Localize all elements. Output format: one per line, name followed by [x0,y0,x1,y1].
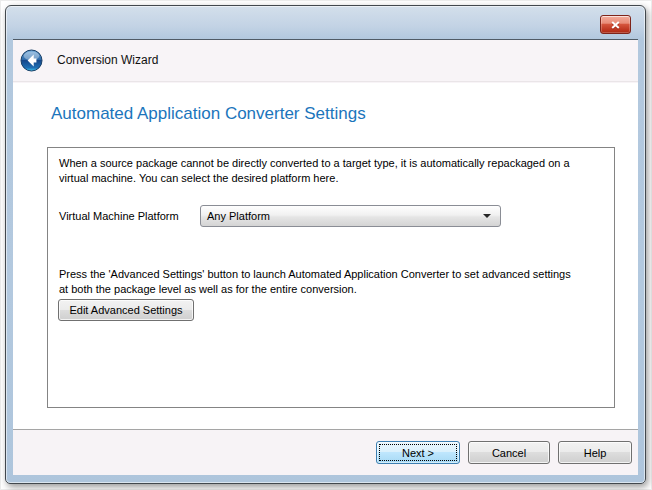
next-button-label: Next > [402,447,434,459]
chevron-down-icon [483,214,491,218]
titlebar[interactable] [6,6,645,39]
close-icon [610,20,621,30]
vm-platform-label: Virtual Machine Platform [59,210,179,222]
wizard-window: Conversion Wizard Automated Application … [5,5,646,484]
vm-platform-value: Any Platform [201,210,270,222]
intro-text-line2: virtual machine. You can select the desi… [59,171,338,186]
edit-advanced-settings-button[interactable]: Edit Advanced Settings [58,299,194,321]
help-button[interactable]: Help [558,441,632,464]
close-button[interactable] [600,15,631,34]
page-heading: Automated Application Converter Settings [51,104,366,124]
nav-strip: Conversion Wizard [13,40,638,82]
client-area: Conversion Wizard Automated Application … [13,39,638,475]
advanced-text-line2: at both the package level as well as for… [59,282,357,297]
back-arrow-icon [20,49,43,72]
settings-groupbox: When a source package cannot be directly… [47,147,615,408]
screenshot-root: Conversion Wizard Automated Application … [0,0,652,490]
main-content: Automated Application Converter Settings… [13,83,638,429]
cancel-button[interactable]: Cancel [468,441,550,464]
vm-platform-select[interactable]: Any Platform [200,205,501,227]
footer-bar: Next > Cancel Help [13,429,638,475]
back-button[interactable] [20,49,43,72]
next-button[interactable]: Next > [376,441,460,464]
advanced-text-line1: Press the 'Advanced Settings' button to … [59,267,571,282]
wizard-title: Conversion Wizard [57,53,158,67]
intro-text-line1: When a source package cannot be directly… [59,156,570,171]
